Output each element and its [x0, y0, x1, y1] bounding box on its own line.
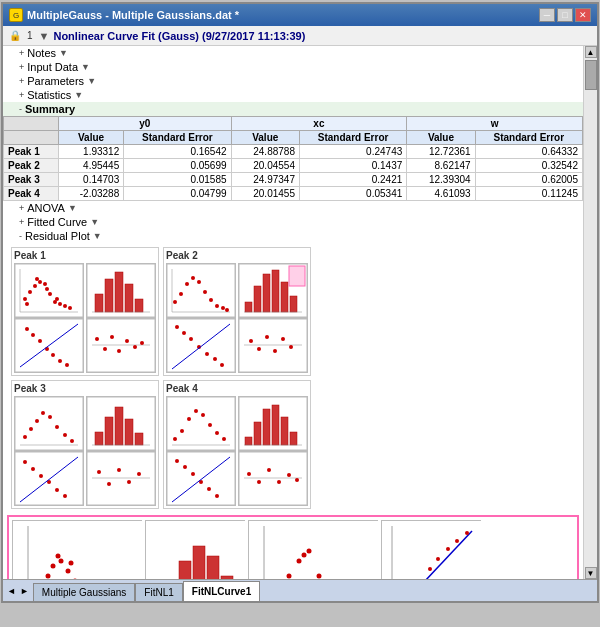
- tab-multiple-gaussians[interactable]: Multiple Gaussians: [33, 583, 135, 601]
- peak1-group: Peak 1: [11, 247, 159, 376]
- app-icon: G: [9, 8, 23, 22]
- scroll-down-btn[interactable]: ▼: [585, 567, 597, 579]
- svg-point-50: [203, 290, 207, 294]
- svg-point-5: [33, 284, 37, 288]
- table-row: Peak 4 -2.03288 0.04799 20.01455 0.05341…: [4, 187, 583, 201]
- svg-point-13: [25, 302, 29, 306]
- scroll-up-btn[interactable]: ▲: [585, 46, 597, 58]
- close-button[interactable]: ✕: [575, 8, 591, 22]
- svg-point-108: [97, 470, 101, 474]
- statistics-label: Statistics: [27, 89, 71, 101]
- window-title: MultipleGauss - Multiple Gaussians.dat *: [27, 9, 239, 21]
- right-scrollbar[interactable]: ▲ ▼: [583, 46, 597, 579]
- svg-point-186: [317, 574, 322, 579]
- col-header-xc-se: Standard Error: [299, 131, 406, 145]
- row-label: Peak 1: [4, 145, 59, 159]
- bottom-bar: ◄ ► Multiple Gaussians FitNL1 FitNLCurve…: [3, 579, 597, 601]
- col-group-xc: xc: [231, 117, 407, 131]
- fitted-label: Fitted Curve: [27, 216, 87, 228]
- svg-rect-98: [15, 452, 83, 505]
- svg-rect-57: [254, 286, 261, 312]
- xc-value: 24.97347: [231, 173, 299, 187]
- svg-point-80: [289, 345, 293, 349]
- minimize-button[interactable]: ─: [539, 8, 555, 22]
- toolbar-number: 1: [25, 30, 35, 41]
- svg-rect-60: [281, 282, 288, 312]
- col-header-w-se: Standard Error: [475, 131, 582, 145]
- svg-point-8: [48, 292, 52, 296]
- svg-rect-42: [167, 264, 235, 317]
- peak2-residual: [238, 318, 308, 373]
- svg-rect-113: [167, 397, 235, 450]
- svg-point-112: [137, 472, 141, 476]
- svg-point-132: [175, 459, 179, 463]
- svg-rect-59: [272, 270, 279, 312]
- peak4-scatter-svg: [167, 397, 235, 450]
- notes-arrow: ▼: [59, 48, 68, 58]
- maximize-button[interactable]: □: [557, 8, 573, 22]
- col-group-w: w: [407, 117, 583, 131]
- svg-point-83: [23, 435, 27, 439]
- residual-label: Residual Plot: [25, 230, 90, 242]
- svg-point-67: [189, 337, 193, 341]
- svg-point-51: [209, 298, 213, 302]
- svg-point-144: [277, 480, 281, 484]
- y0-value: 4.95445: [58, 159, 123, 173]
- large-qq-plot: Regular Residual: [381, 520, 481, 579]
- main-content[interactable]: + Notes ▼ + Input Data ▼ + Parameters ▼ …: [3, 46, 583, 579]
- svg-point-76: [257, 347, 261, 351]
- tab-container: Multiple Gaussians FitNL1 FitNLCurve1: [33, 580, 260, 601]
- tree-item-anova[interactable]: + ANOVA ▼: [3, 201, 583, 215]
- svg-point-137: [215, 494, 219, 498]
- tree-item-notes[interactable]: + Notes ▼: [3, 46, 583, 60]
- svg-point-15: [45, 287, 49, 291]
- large-qq-svg: Regular Residual: [382, 521, 482, 579]
- svg-rect-95: [125, 419, 133, 445]
- nav-next-btn[interactable]: ►: [18, 586, 31, 596]
- w-value: 4.61093: [407, 187, 475, 201]
- peak1-hist: [86, 263, 156, 318]
- xc-se: 0.1437: [299, 159, 406, 173]
- residual-expand: -: [19, 231, 22, 241]
- large-scatter-plot: Histogram (Data): [12, 520, 142, 579]
- expand-icon-2: +: [19, 62, 24, 72]
- large-plots-area: Histogram (Data) Regular Residual: [7, 515, 579, 579]
- svg-point-53: [221, 306, 225, 310]
- col-group-y0: y0: [58, 117, 231, 131]
- tree-item-parameters[interactable]: + Parameters ▼: [3, 74, 583, 88]
- peak2-scatter2-svg: [167, 319, 235, 372]
- col-header-empty: [4, 131, 59, 145]
- tree-item-inputdata[interactable]: + Input Data ▼: [3, 60, 583, 74]
- peak3-title: Peak 3: [14, 383, 156, 394]
- svg-rect-126: [263, 409, 270, 445]
- svg-point-39: [125, 339, 129, 343]
- anova-label: ANOVA: [27, 202, 65, 214]
- peak1-residual-svg: [87, 319, 155, 372]
- svg-rect-106: [87, 452, 155, 505]
- peak1-plots2: [14, 318, 156, 373]
- y0-value: -2.03288: [58, 187, 123, 201]
- scroll-thumb[interactable]: [585, 60, 597, 90]
- svg-point-11: [63, 304, 67, 308]
- y0-se: 0.01585: [124, 173, 231, 187]
- svg-point-16: [55, 297, 59, 301]
- table-row: Peak 1 1.93312 0.16542 24.88788 0.24743 …: [4, 145, 583, 159]
- tree-item-summary[interactable]: - Summary: [3, 102, 583, 116]
- tab-fitnlcurve1[interactable]: FitNLCurve1: [183, 581, 260, 601]
- peak2-scatter-svg: [167, 264, 235, 317]
- fitted-arrow: ▼: [90, 217, 99, 227]
- col-empty: [4, 117, 59, 131]
- svg-rect-21: [125, 284, 133, 312]
- svg-point-86: [41, 411, 45, 415]
- svg-rect-178: [249, 521, 379, 579]
- svg-point-85: [35, 419, 39, 423]
- svg-point-31: [65, 363, 69, 367]
- svg-point-12: [68, 306, 72, 310]
- tab-fitnl1[interactable]: FitNL1: [135, 583, 182, 601]
- tree-item-fittedcurve[interactable]: + Fitted Curve ▼: [3, 215, 583, 229]
- tree-item-residualplot[interactable]: - Residual Plot ▼: [3, 229, 583, 243]
- svg-point-143: [267, 468, 271, 472]
- nav-prev-btn[interactable]: ◄: [5, 586, 18, 596]
- svg-point-66: [182, 331, 186, 335]
- tree-item-statistics[interactable]: + Statistics ▼: [3, 88, 583, 102]
